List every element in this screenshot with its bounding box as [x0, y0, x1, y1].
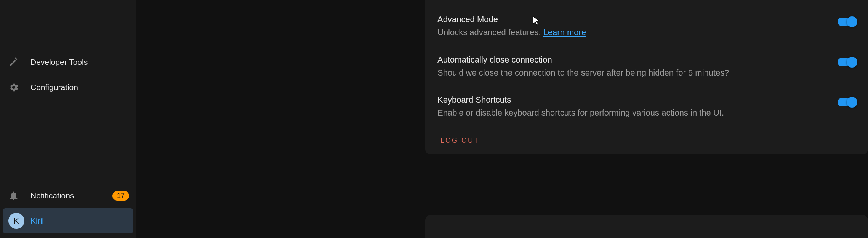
sidebar: Developer Tools Configuration Notificati… — [0, 0, 136, 238]
auto-close-toggle[interactable] — [838, 58, 856, 66]
sidebar-item-user[interactable]: K Kiril — [3, 208, 133, 233]
logout-button[interactable]: LOG OUT — [440, 137, 479, 145]
learn-more-link[interactable]: Learn more — [543, 27, 586, 37]
sidebar-item-notifications[interactable]: Notifications 17 — [0, 183, 136, 208]
avatar: K — [8, 213, 30, 229]
sidebar-item-label: Developer Tools — [30, 58, 129, 67]
setting-desc-text: Unlocks advanced features. — [437, 27, 543, 37]
sidebar-item-developer-tools[interactable]: Developer Tools — [0, 50, 136, 75]
setting-title: Keyboard Shortcuts — [437, 95, 822, 105]
bell-icon — [8, 190, 30, 201]
setting-title: Automatically close connection — [437, 55, 822, 65]
logout-row: LOG OUT — [437, 127, 856, 154]
advanced-mode-toggle[interactable] — [838, 18, 856, 26]
setting-title: Advanced Mode — [437, 14, 822, 24]
setting-keyboard-shortcuts: Keyboard Shortcuts Enable or disable key… — [437, 87, 856, 127]
setting-advanced-mode: Advanced Mode Unlocks advanced features.… — [437, 9, 856, 47]
setting-auto-close: Automatically close connection Should we… — [437, 47, 856, 87]
notification-badge: 17 — [112, 191, 129, 201]
gear-icon — [8, 82, 30, 93]
setting-description: Unlocks advanced features. Learn more — [437, 27, 822, 38]
next-card — [425, 215, 868, 238]
settings-card: Advanced Mode Unlocks advanced features.… — [425, 0, 868, 154]
keyboard-shortcuts-toggle[interactable] — [838, 98, 856, 106]
sidebar-item-label: Notifications — [30, 191, 112, 200]
hammer-icon — [8, 57, 30, 68]
setting-description: Should we close the connection to the se… — [437, 67, 822, 79]
sidebar-item-configuration[interactable]: Configuration — [0, 75, 136, 100]
sidebar-item-label: Kiril — [30, 216, 126, 225]
content-area: Advanced Mode Unlocks advanced features.… — [136, 0, 868, 238]
sidebar-item-label: Configuration — [30, 83, 129, 92]
avatar-initial: K — [8, 213, 24, 229]
setting-description: Enable or disable keyboard shortcuts for… — [437, 107, 822, 119]
